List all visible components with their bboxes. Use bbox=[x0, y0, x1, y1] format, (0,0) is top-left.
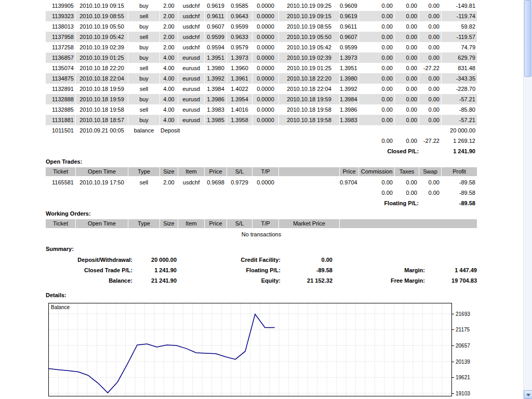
table-cell: 0.00 bbox=[419, 1, 441, 11]
table-cell: 4.00 bbox=[160, 84, 178, 94]
axis-tick-label: 19103 bbox=[456, 391, 470, 396]
table-cell: 2.00 bbox=[160, 11, 178, 21]
table-cell: sell bbox=[128, 11, 159, 21]
summary-title: Summary: bbox=[46, 244, 477, 254]
summary-label: Balance: bbox=[46, 275, 132, 286]
table-cell: buy bbox=[128, 73, 159, 84]
vertical-scrollbar[interactable] bbox=[523, 0, 532, 399]
table-row: 10115012010.09.21 00:05balanceDeposit20 … bbox=[46, 125, 477, 136]
balance-line-chart bbox=[49, 303, 451, 396]
table-cell: 2010.10.18 22:20 bbox=[279, 73, 339, 84]
table-cell: 0.00 bbox=[419, 73, 441, 84]
table-cell: 4.00 bbox=[160, 104, 178, 115]
floating-pl-value: -89.58 bbox=[419, 198, 477, 208]
table-cell: -89.58 bbox=[442, 177, 477, 188]
table-cell: 0.00 bbox=[419, 32, 441, 42]
table-cell: 0.00 bbox=[359, 32, 394, 42]
axis-tick bbox=[452, 362, 454, 362]
table-cell: 2.00 bbox=[160, 1, 178, 11]
axis-tick-label: 21693 bbox=[456, 312, 470, 317]
open-trades-table: 11655812010.10.19 17:50sell2.00usdchf0.9… bbox=[46, 177, 477, 198]
table-cell: 1.3951 bbox=[205, 52, 227, 63]
axis-tick bbox=[452, 329, 454, 330]
scroll-down-icon bbox=[526, 394, 530, 396]
table-cell bbox=[279, 125, 339, 136]
column-header: Type bbox=[128, 167, 159, 176]
summary-label: Floating P/L: bbox=[177, 265, 281, 275]
table-cell: 2010.10.19 17:50 bbox=[76, 177, 128, 188]
scroll-down-button[interactable] bbox=[524, 390, 532, 399]
column-header: Open Time bbox=[76, 167, 128, 176]
table-cell: usdchf bbox=[178, 177, 204, 188]
closed-pl-label: Closed P/L: bbox=[46, 146, 419, 156]
axis-tick bbox=[452, 377, 454, 378]
table-cell: Deposit bbox=[160, 125, 178, 136]
table-cell: eurusd bbox=[178, 52, 204, 63]
table-cell: 0.00 bbox=[419, 11, 441, 21]
table-cell bbox=[205, 188, 227, 198]
column-header: Ticket bbox=[46, 219, 75, 228]
scrollbar-thumb[interactable] bbox=[524, 0, 531, 77]
table-cell: 0.0000 bbox=[252, 104, 278, 115]
column-header: Price bbox=[205, 167, 227, 176]
table-cell: 2010.09.21 00:05 bbox=[76, 125, 128, 136]
column-header bbox=[340, 219, 477, 228]
table-cell: buy bbox=[128, 94, 159, 104]
table-cell: 0.0000 bbox=[252, 84, 278, 94]
table-cell bbox=[252, 188, 278, 198]
table-cell: 1.4022 bbox=[227, 84, 252, 94]
table-cell bbox=[279, 136, 339, 146]
table-cell bbox=[178, 188, 204, 198]
table-cell: -89.58 bbox=[442, 188, 477, 198]
table-row: 0.000.000.00-89.58 bbox=[46, 188, 477, 198]
table-cell: 1.3984 bbox=[340, 94, 358, 104]
table-cell: 1139905 bbox=[46, 1, 75, 11]
table-cell: 1.3980 bbox=[205, 63, 227, 73]
report-content: 11399052010.10.19 09:15buy2.00usdchf0.96… bbox=[46, 0, 477, 398]
table-cell: 0.9607 bbox=[205, 21, 227, 32]
chart-plot-area: Balance bbox=[48, 303, 452, 396]
summary-value: 20 000.00 bbox=[132, 255, 177, 265]
summary-value: 1 447.49 bbox=[425, 265, 477, 275]
table-cell: 0.00 bbox=[395, 32, 419, 42]
table-cell: 2010.10.19 01:25 bbox=[76, 52, 128, 63]
table-cell: 0.0000 bbox=[252, 32, 278, 42]
table-cell: 0.0000 bbox=[252, 63, 278, 73]
table-cell: 1.3983 bbox=[340, 115, 358, 125]
closed-pl-value: 1 241.90 bbox=[419, 146, 477, 156]
table-cell: 2010.10.18 22:04 bbox=[279, 84, 339, 94]
table-cell: 1.3985 bbox=[205, 115, 227, 125]
table-row: 11655812010.10.19 17:50sell2.00usdchf0.9… bbox=[46, 177, 477, 188]
table-cell: 0.9609 bbox=[340, 1, 358, 11]
open-trades-header: TicketOpen TimeTypeSizeItemPriceS/LT/PPr… bbox=[46, 167, 477, 176]
table-cell: eurusd bbox=[178, 63, 204, 73]
table-cell: 0.00 bbox=[359, 1, 394, 11]
table-cell: 0.00 bbox=[359, 21, 394, 32]
table-cell bbox=[205, 136, 227, 146]
table-cell: 0.00 bbox=[419, 94, 441, 104]
table-cell bbox=[419, 125, 441, 136]
table-cell: 0.00 bbox=[359, 63, 394, 73]
table-cell: 0.00 bbox=[419, 42, 441, 52]
table-cell: 2.00 bbox=[160, 42, 178, 52]
table-cell: 1.3973 bbox=[340, 52, 358, 63]
table-row: 11328912010.10.18 19:59sell4.00eurusd1.3… bbox=[46, 84, 477, 94]
table-row: 11318812010.10.18 18:57buy4.00eurusd1.39… bbox=[46, 115, 477, 125]
chart-legend-label: Balance bbox=[51, 305, 70, 310]
table-row: 11372582010.10.19 02:39buy2.00usdchf0.95… bbox=[46, 42, 477, 52]
table-row: 11350742010.10.18 22:20sell4.00eurusd1.3… bbox=[46, 63, 477, 73]
floating-pl-label: Floating P/L: bbox=[46, 198, 419, 208]
table-cell: 1132888 bbox=[46, 94, 75, 104]
table-cell: 2.00 bbox=[160, 177, 178, 188]
table-cell: 1.3958 bbox=[227, 115, 252, 125]
table-cell: 0.00 bbox=[359, 94, 394, 104]
column-header: Market Price bbox=[279, 219, 339, 228]
table-cell: eurusd bbox=[178, 84, 204, 94]
table-cell: 1.3960 bbox=[227, 63, 252, 73]
table-cell: 1135074 bbox=[46, 63, 75, 73]
table-cell: 0.00 bbox=[359, 188, 394, 198]
table-cell: 0.00 bbox=[359, 177, 394, 188]
table-cell: sell bbox=[128, 84, 159, 94]
table-row: 11379582010.10.19 05:42sell2.00usdchf0.9… bbox=[46, 32, 477, 42]
table-cell: 2010.10.18 19:58 bbox=[76, 104, 128, 115]
